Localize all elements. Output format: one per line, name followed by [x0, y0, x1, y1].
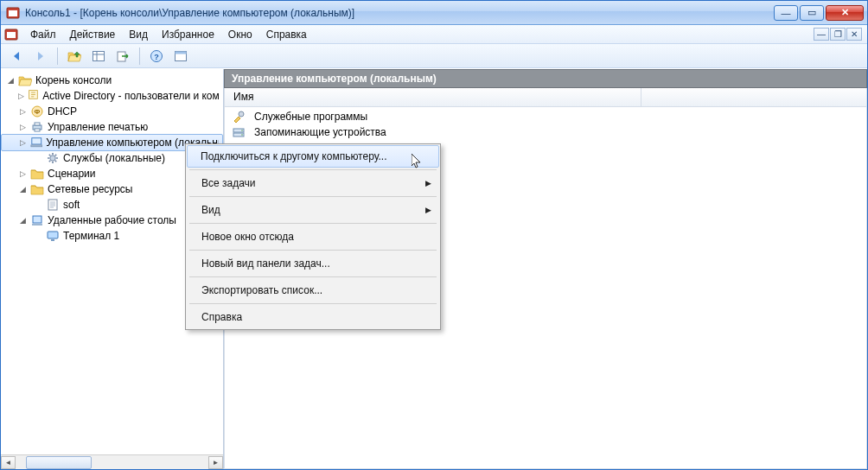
- submenu-arrow-icon: ▶: [425, 179, 431, 187]
- expand-icon[interactable]: ◢: [16, 183, 29, 195]
- content-header: Управление компьютером (локальным): [224, 69, 867, 88]
- menu-separator: [189, 276, 437, 277]
- new-window-button[interactable]: [170, 46, 191, 67]
- context-menu-item-label: Подключиться к другому компьютеру...: [201, 150, 387, 162]
- monitor-icon: [46, 229, 60, 243]
- context-menu-item[interactable]: Экспортировать список...: [188, 280, 438, 301]
- tools-icon: [232, 110, 246, 124]
- tree-item-label: Корень консоли: [35, 73, 112, 88]
- context-menu-item[interactable]: Новое окно отсюда: [188, 226, 438, 247]
- menu-separator: [189, 223, 437, 224]
- tree-item-label: Удаленные рабочие столы: [48, 213, 176, 228]
- tree-item-label: Службы (локальные): [63, 150, 165, 166]
- tree-item[interactable]: ▷ Active Directory - пользователи и комп…: [1, 88, 223, 104]
- context-menu-item[interactable]: Справка: [188, 307, 438, 327]
- help-button[interactable]: [146, 46, 167, 67]
- tree-item-label: DHCP: [48, 104, 77, 119]
- maximize-button[interactable]: ▭: [800, 5, 824, 21]
- tree-item-label: soft: [63, 197, 80, 213]
- menu-action[interactable]: Действие: [63, 27, 123, 42]
- back-button[interactable]: [6, 46, 27, 67]
- context-menu-item-label: Экспортировать список...: [201, 284, 322, 296]
- window-title: Консоль1 - [Корень консоли\Управление ко…: [25, 7, 774, 19]
- print-icon: [30, 120, 44, 134]
- submenu-arrow-icon: ▶: [425, 206, 431, 214]
- context-menu-item-label: Все задачи: [201, 177, 256, 189]
- layout-button[interactable]: [88, 46, 109, 67]
- list-item[interactable]: Служебные программы: [225, 109, 866, 124]
- expand-icon[interactable]: ▷: [16, 105, 29, 118]
- expand-icon[interactable]: ◢: [16, 214, 29, 226]
- hscroll-thumb[interactable]: [26, 456, 92, 469]
- column-header[interactable]: Имя: [224, 88, 867, 107]
- separator: [139, 48, 140, 65]
- toolbar: [1, 44, 867, 68]
- hscroll-track[interactable]: [16, 456, 208, 469]
- menu-help[interactable]: Справка: [259, 27, 314, 42]
- column-name[interactable]: Имя: [225, 88, 641, 106]
- context-menu[interactable]: Подключиться к другому компьютеру...Все …: [185, 143, 441, 330]
- tree-item-label: Сетевые ресурсы: [48, 181, 133, 197]
- separator: [57, 48, 58, 65]
- context-menu-item-label: Новый вид панели задач...: [201, 257, 330, 270]
- hscroll-left[interactable]: ◄: [1, 456, 16, 469]
- menu-separator: [189, 250, 437, 251]
- export-button[interactable]: [112, 46, 133, 67]
- collapse-icon[interactable]: ◢: [4, 74, 16, 86]
- context-menu-item-label: Справка: [201, 311, 242, 323]
- folder-open-icon: [18, 73, 32, 87]
- context-menu-item[interactable]: Все задачи▶: [188, 173, 438, 194]
- tree-item[interactable]: ▷ Управление печатью: [1, 119, 223, 135]
- folder-icon: [30, 167, 44, 181]
- menu-view[interactable]: Вид: [122, 27, 155, 42]
- list-item-label: Запоминающие устройства: [254, 126, 386, 138]
- folder-icon: [30, 182, 44, 196]
- menu-separator: [189, 196, 437, 197]
- expand-icon[interactable]: ▷: [16, 90, 26, 102]
- context-menu-item[interactable]: Новый вид панели задач...: [188, 253, 438, 274]
- expand-icon[interactable]: ▷: [17, 137, 29, 149]
- rdp-icon: [30, 213, 44, 227]
- tree-item-label: Управление печатью: [48, 119, 148, 135]
- tree-item[interactable]: ▷ DHCP: [1, 104, 223, 119]
- mdi-close[interactable]: ✕: [846, 28, 862, 41]
- window-controls: — ▭ ✕: [774, 5, 864, 21]
- context-menu-item[interactable]: Вид▶: [188, 200, 438, 220]
- forward-button[interactable]: [30, 46, 51, 67]
- up-button[interactable]: [64, 46, 85, 67]
- storage-icon: [232, 125, 246, 139]
- menu-separator: [189, 303, 437, 304]
- expand-icon[interactable]: ▷: [16, 121, 29, 133]
- mdi-icon: [4, 28, 18, 41]
- ad-icon: [28, 89, 39, 103]
- tree-item-label: Active Directory - пользователи и компью…: [42, 88, 220, 104]
- minimize-button[interactable]: —: [774, 5, 798, 21]
- content-header-label: Управление компьютером (локальным): [232, 73, 437, 85]
- gear-icon: [46, 151, 60, 165]
- tree-hscrollbar[interactable]: ◄ ►: [1, 454, 223, 469]
- menu-separator: [189, 169, 437, 170]
- dhcp-icon: [30, 105, 44, 118]
- context-menu-item-label: Новое окно отсюда: [201, 231, 294, 243]
- menubar: Файл Действие Вид Избранное Окно Справка…: [1, 25, 867, 44]
- tree-root[interactable]: ◢ Корень консоли: [1, 73, 223, 88]
- menu-file[interactable]: Файл: [23, 27, 63, 42]
- app-icon: [6, 6, 20, 20]
- context-menu-item-label: Вид: [201, 204, 220, 216]
- doc-icon: [46, 198, 60, 212]
- mdi-minimize[interactable]: —: [814, 28, 829, 41]
- column-spacer: [641, 88, 866, 106]
- mdi-restore[interactable]: ❐: [830, 28, 846, 41]
- context-menu-item[interactable]: Подключиться к другому компьютеру...: [187, 145, 439, 168]
- titlebar[interactable]: Консоль1 - [Корень консоли\Управление ко…: [1, 1, 867, 25]
- list-item[interactable]: Запоминающие устройства: [225, 124, 866, 140]
- close-button[interactable]: ✕: [826, 5, 864, 21]
- pc-icon: [30, 136, 43, 149]
- menu-favorites[interactable]: Избранное: [155, 27, 221, 42]
- hscroll-right[interactable]: ►: [208, 456, 223, 469]
- expand-icon[interactable]: ▷: [16, 168, 29, 180]
- tree-item-label: Сценарии: [48, 166, 95, 181]
- mdi-controls: — ❐ ✕: [814, 28, 864, 41]
- menu-window[interactable]: Окно: [221, 27, 259, 42]
- list-item-label: Служебные программы: [254, 111, 367, 123]
